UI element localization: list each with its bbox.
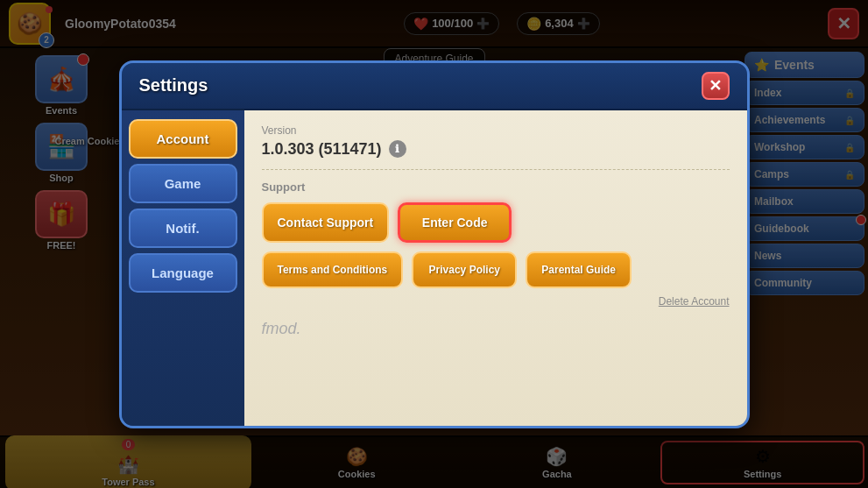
support-label: Support	[262, 180, 730, 194]
tab-account[interactable]: Account	[129, 119, 237, 159]
terms-button[interactable]: Terms and Conditions	[262, 251, 404, 288]
modal-close-button[interactable]: ✕	[702, 72, 730, 100]
privacy-button[interactable]: Privacy Policy	[412, 251, 517, 288]
modal-overlay: Settings ✕ Account Game Notif. Language …	[0, 0, 868, 488]
support-row-1: Contact Support Enter Code	[262, 202, 730, 243]
version-section: Version 1.0.303 (511471) ℹ	[262, 124, 730, 170]
modal-tabs: Account Game Notif. Language	[122, 110, 244, 426]
delete-account-link[interactable]: Delete Account	[659, 295, 730, 308]
fmod-logo: fmod.	[262, 320, 730, 338]
modal-content-area: Version 1.0.303 (511471) ℹ Support Conta…	[244, 110, 747, 426]
tab-game[interactable]: Game	[129, 164, 237, 203]
version-label: Version	[262, 124, 730, 137]
tab-language[interactable]: Language	[129, 253, 237, 293]
modal-title: Settings	[139, 75, 208, 95]
modal-header: Settings ✕	[122, 63, 747, 110]
version-number: 1.0.303 (511471)	[262, 140, 382, 159]
version-value-row: 1.0.303 (511471) ℹ	[262, 140, 730, 159]
parental-button[interactable]: Parental Guide	[526, 251, 632, 288]
version-info-button[interactable]: ℹ	[389, 140, 406, 158]
enter-code-button[interactable]: Enter Code	[398, 202, 512, 243]
modal-body: Account Game Notif. Language Version 1.0…	[122, 110, 747, 426]
support-section: Support Contact Support Enter Code Terms…	[262, 180, 730, 338]
support-row-2: Terms and Conditions Privacy Policy Pare…	[262, 251, 730, 288]
tab-notif[interactable]: Notif.	[129, 209, 237, 248]
settings-modal: Settings ✕ Account Game Notif. Language …	[119, 60, 750, 428]
contact-support-button[interactable]: Contact Support	[262, 202, 390, 243]
